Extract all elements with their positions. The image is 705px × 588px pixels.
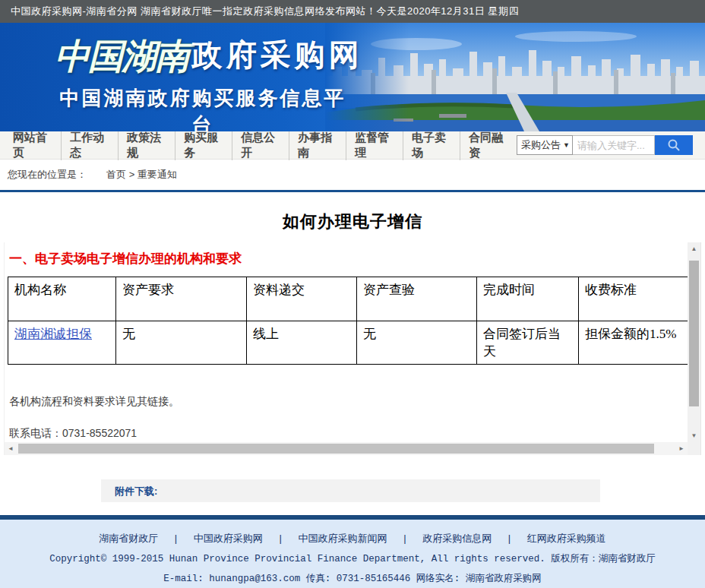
nav-item-purchase-service[interactable]: 购买服务 bbox=[175, 130, 232, 160]
scroll-up-icon[interactable]: ▲ bbox=[688, 242, 700, 255]
main-nav: 网站首页 工作动态 政策法规 购买服务 信息公开 办事指南 监督管理 电子卖场 … bbox=[0, 131, 705, 160]
footer-email-line: E-mail: hunangpa@163.com 传真: 0731-851654… bbox=[0, 572, 705, 585]
nav-item-info-disclosure[interactable]: 信息公开 bbox=[232, 130, 289, 160]
horizontal-scrollbar-thumb[interactable] bbox=[18, 444, 654, 454]
search-icon bbox=[667, 138, 681, 152]
footer-separator: | bbox=[175, 533, 177, 544]
nav-item-home[interactable]: 网站首页 bbox=[5, 130, 62, 160]
breadcrumb-home-link[interactable]: 首页 bbox=[106, 169, 126, 180]
chevron-down-icon: ▼ bbox=[563, 141, 570, 149]
org-link-hunan-xiangcheng[interactable]: 湖南湘诚担保 bbox=[14, 327, 92, 341]
cell-asset-requirement: 无 bbox=[116, 321, 247, 365]
scroll-down-icon[interactable]: ▼ bbox=[688, 429, 700, 442]
article-scroll-view: 一、电子卖场电子增信办理的机构和要求 机构名称 资产要求 资料递交 资产查验 完… bbox=[5, 242, 688, 442]
footer-copyright: Copyright© 1999-2015 Hunan Province Prov… bbox=[0, 552, 705, 565]
breadcrumb-separator: > bbox=[129, 169, 135, 180]
footer-link-hunan-finance-dept[interactable]: 湖南省财政厅 bbox=[99, 533, 158, 544]
cell-material-submission: 线上 bbox=[247, 321, 357, 365]
banner-text: 中国湖南 政府采购网 中国湖南政府购买服务信息平台 http://ccgp-hu… bbox=[55, 33, 351, 131]
col-header-completion-time: 完成时间 bbox=[477, 277, 579, 321]
col-header-asset-verification: 资产查验 bbox=[357, 277, 477, 321]
site-logo-title: 政府采购网 bbox=[191, 38, 362, 71]
nav-item-policies[interactable]: 政策法规 bbox=[119, 130, 175, 160]
article-scroll-region: 一、电子卖场电子增信办理的机构和要求 机构名称 资产要求 资料递交 资产查验 完… bbox=[4, 242, 701, 455]
search-button[interactable] bbox=[655, 135, 693, 155]
nav-item-service-guide[interactable]: 办事指南 bbox=[289, 130, 346, 160]
footer-separator: | bbox=[403, 533, 406, 544]
nav-items: 网站首页 工作动态 政策法规 购买服务 信息公开 办事指南 监督管理 电子卖场 … bbox=[0, 131, 517, 159]
breadcrumb-prefix: 您现在的位置是： bbox=[8, 169, 87, 180]
scroll-left-icon[interactable]: ◄ bbox=[5, 445, 17, 452]
breadcrumb: 您现在的位置是：首页 > 重要通知 bbox=[0, 160, 705, 192]
page: 中国政府采购网-湖南省分网 湖南省财政厅唯一指定政府采购信息网络发布网站！今天是… bbox=[0, 0, 705, 588]
scroll-right-icon[interactable]: ► bbox=[675, 445, 688, 452]
article-content: 如何办理电子增信 一、电子卖场电子增信办理的机构和要求 机构名称 资产要求 资料… bbox=[0, 192, 705, 515]
col-header-asset-requirement: 资产要求 bbox=[116, 277, 247, 321]
article-note: 各机构流程和资料要求详见其链接。 bbox=[9, 395, 688, 409]
footer-separator: | bbox=[508, 533, 511, 544]
nav-item-contract-financing[interactable]: 合同融资 bbox=[460, 130, 517, 160]
footer-link-ccgp[interactable]: 中国政府采购网 bbox=[194, 533, 263, 544]
col-header-material-submission: 资料递交 bbox=[247, 277, 357, 321]
site-banner: 中国湖南 政府采购网 中国湖南政府购买服务信息平台 http://ccgp-hu… bbox=[0, 23, 705, 131]
nav-item-work-news[interactable]: 工作动态 bbox=[62, 130, 119, 160]
footer-links: 湖南省财政厅 | 中国政府采购网 | 中国政府采购新闻网 | 政府采购信息网 |… bbox=[0, 520, 705, 545]
page-title: 如何办理电子增信 bbox=[0, 192, 705, 233]
cell-completion-time: 合同签订后当天 bbox=[477, 321, 579, 365]
site-logo-calligraphy: 中国湖南 bbox=[55, 36, 188, 77]
search-category-value: 采购公告 bbox=[521, 138, 561, 152]
attachment-download-bar: 附件下载: bbox=[101, 479, 600, 502]
footer-link-gov-procurement-info[interactable]: 政府采购信息网 bbox=[422, 533, 492, 544]
footer: 湖南省财政厅 | 中国政府采购网 | 中国政府采购新闻网 | 政府采购信息网 |… bbox=[0, 515, 705, 588]
topbar-text: 中国政府采购网-湖南省分网 湖南省财政厅唯一指定政府采购信息网络发布网站！今天是… bbox=[11, 5, 519, 17]
topbar: 中国政府采购网-湖南省分网 湖南省财政厅唯一指定政府采购信息网络发布网站！今天是… bbox=[0, 0, 705, 23]
cell-org-name: 湖南湘诚担保 bbox=[8, 321, 116, 365]
search-category-select[interactable]: 采购公告 ▼ bbox=[517, 135, 573, 155]
cell-fee-standard: 担保金额的1.5% bbox=[579, 321, 688, 365]
vertical-scrollbar-thumb[interactable] bbox=[689, 261, 699, 406]
col-header-org-name: 机构名称 bbox=[8, 277, 116, 321]
banner-fade bbox=[325, 23, 705, 131]
guarantee-org-table: 机构名称 资产要求 资料递交 资产查验 完成时间 收费标准 湖南湘诚担保 无 线… bbox=[8, 277, 688, 365]
section-heading: 一、电子卖场电子增信办理的机构和要求 bbox=[9, 250, 688, 267]
footer-link-gov-procurement-news[interactable]: 中国政府采购新闻网 bbox=[299, 533, 387, 544]
nav-item-supervision[interactable]: 监督管理 bbox=[346, 130, 403, 160]
vertical-scrollbar[interactable]: ▲ ▼ bbox=[688, 242, 700, 442]
table-row: 湖南湘诚担保 无 线上 无 合同签订后当天 担保金额的1.5% bbox=[8, 321, 688, 365]
search-input[interactable] bbox=[573, 135, 655, 155]
contact-phone: 联系电话：0731-85522071 bbox=[9, 427, 688, 441]
horizontal-scrollbar[interactable]: ◄ ► bbox=[5, 442, 688, 455]
cell-asset-verification: 无 bbox=[357, 321, 477, 365]
footer-link-rednet-channel[interactable]: 红网政府采购频道 bbox=[527, 533, 606, 544]
col-header-fee-standard: 收费标准 bbox=[579, 277, 688, 321]
search-area: 采购公告 ▼ bbox=[517, 135, 705, 155]
table-header-row: 机构名称 资产要求 资料递交 资产查验 完成时间 收费标准 bbox=[8, 277, 688, 321]
attachment-download-label: 附件下载: bbox=[115, 485, 157, 497]
banner-subtitle: 中国湖南政府购买服务信息平台 bbox=[55, 85, 351, 131]
footer-separator: | bbox=[279, 533, 281, 544]
breadcrumb-current: 重要通知 bbox=[138, 169, 177, 180]
scrollbar-corner bbox=[688, 442, 700, 455]
nav-item-e-mall[interactable]: 电子卖场 bbox=[403, 130, 460, 160]
